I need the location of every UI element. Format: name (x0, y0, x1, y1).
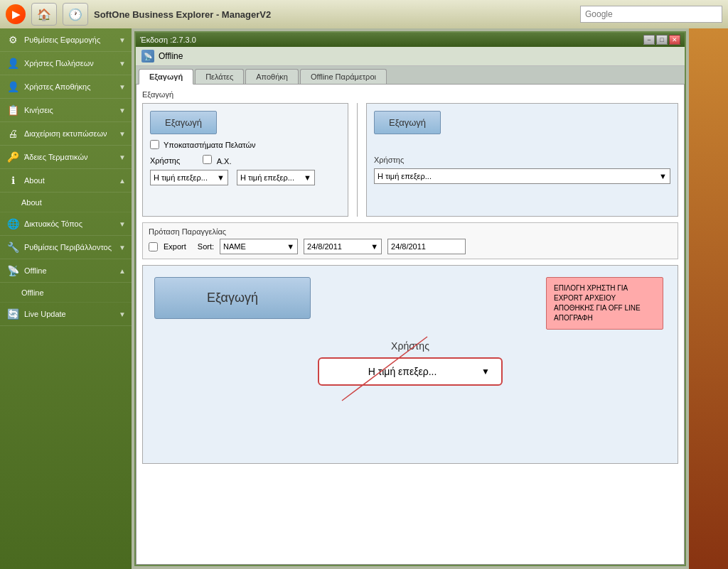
chevron-icon: ▼ (119, 107, 126, 114)
chevron-icon: ▼ (119, 244, 126, 251)
sidebar-item-offline-group[interactable]: 📡 Offline ▲ (0, 259, 132, 283)
dropdown-arrow-icon: ▼ (659, 172, 667, 180)
info-icon: ℹ (6, 173, 20, 188)
user-dropdown-left[interactable]: Η τιμή επεξερ... ▼ (150, 170, 228, 185)
ax-dropdown[interactable]: Η τιμή επεξερ... ▼ (237, 170, 315, 185)
license-icon: 🔑 (6, 150, 20, 164)
sidebar-item-χρηστες-πωλ[interactable]: 👤 Χρήστες Πωλήσεων ▼ (0, 52, 132, 75)
main-window: Έκδοση :2.7.3.0 − □ ✕ 📡 Offline Εξαγωγή … (134, 31, 686, 566)
sidebar-label: Live Update (24, 310, 119, 318)
clock-button[interactable]: 🕐 (63, 3, 88, 26)
dropdown-arrow-icon: ▼ (304, 173, 311, 182)
sort-dropdown[interactable]: NAME ▼ (220, 239, 298, 254)
search-input[interactable] (580, 6, 722, 23)
tooltip-box: ΕΠΙΛΟΓΗ ΧΡΗΣΤΗ ΓΙΑ EXPORT ΑΡΧΕΙΟΥ ΑΠΟΘΗΚ… (546, 277, 663, 330)
user-dropdown-big[interactable]: Η τιμή επεξερ... ▼ (318, 357, 503, 386)
date-to-field[interactable]: 24/8/2011 (387, 239, 466, 254)
sidebar-label: Ρυθμίσεις Περιβάλλοντος (24, 243, 119, 251)
sidebar-item-κινησεις[interactable]: 📋 Κινήσεις ▼ (0, 99, 132, 122)
tab-exagogi[interactable]: Εξαγωγή (139, 69, 193, 85)
web-icon: 🌐 (6, 217, 20, 231)
maximize-button[interactable]: □ (656, 35, 668, 45)
ax-checkbox[interactable] (203, 155, 212, 164)
chevron-icon: ▼ (119, 60, 126, 67)
tab-content: Εξαγωγή Εξαγωγή Υποκαταστήματα Πελατών (136, 84, 685, 565)
sidebar-item-δικτυακος[interactable]: 🌐 Δικτυακός Τόπος ▼ (0, 212, 132, 236)
chevron-icon: ▼ (119, 36, 126, 44)
tab-apothiki[interactable]: Αποθήκη (245, 69, 299, 84)
offline-icon: 📡 (6, 264, 20, 278)
tab-pelates[interactable]: Πελάτες (195, 69, 244, 84)
left-export-button[interactable]: Εξαγωγή (150, 111, 217, 134)
ax-label: Α.Χ. (203, 155, 231, 166)
sidebar-label: Άδειες Τερματικών (24, 153, 119, 161)
date-from-dropdown[interactable]: 24/8/2011 ▼ (304, 239, 382, 254)
dropdown-arrow-icon: ▼ (287, 242, 294, 251)
offline-tab-icon: 📡 (141, 50, 154, 63)
chevron-icon: ▲ (119, 177, 126, 185)
window-controls: − □ ✕ (643, 35, 680, 45)
warehouse-user-icon: 👤 (6, 80, 20, 94)
chevron-icon: ▼ (119, 83, 126, 91)
sidebar-label: Κινήσεις (24, 106, 119, 114)
print-icon: 🖨 (6, 126, 20, 141)
dropdown-arrow-icon: ▼ (217, 173, 225, 182)
sidebar-item-about-group[interactable]: ℹ About ▲ (0, 169, 132, 193)
sidebar-label: Δικτυακός Τόπος (24, 220, 119, 228)
checkbox-label: Υποκαταστήματα Πελατών (164, 141, 256, 149)
sidebar-item-ρυθμισεις-περ[interactable]: 🔧 Ρυθμίσεις Περιβάλλοντος ▼ (0, 236, 132, 259)
big-user-label: Χρήστης (154, 340, 666, 352)
big-export-button[interactable]: Εξαγωγή (154, 277, 311, 319)
sidebar-item-χρηστες-αποθ[interactable]: 👤 Χρήστες Αποθήκης ▼ (0, 75, 132, 99)
proposal-label: Πρόταση Παραγγελίας (149, 227, 672, 236)
dropdown-arrow-icon: ▼ (370, 242, 378, 251)
right-decoration (689, 28, 728, 569)
window-title-bar: Έκδοση :2.7.3.0 − □ ✕ (136, 33, 685, 47)
right-user-label: Χρήστης (374, 156, 670, 164)
offline-sub-label: Offline (21, 288, 44, 297)
sidebar-label: Offline (24, 266, 119, 275)
user-label-left: Χρήστης (150, 156, 180, 165)
app-title: SoftOne Business Explorer - ManagerV2 (94, 9, 574, 20)
app-icon: ▶ (6, 4, 26, 24)
window-version: Έκδοση :2.7.3.0 (140, 36, 196, 44)
sidebar-label: About (24, 176, 119, 185)
sidebar-label: Χρήστες Αποθήκης (24, 82, 119, 91)
sidebar-item-αδειες[interactable]: 🔑 Άδειες Τερματικών ▼ (0, 146, 132, 169)
right-export-button[interactable]: Εξαγωγή (374, 111, 441, 134)
chevron-icon: ▼ (119, 310, 126, 318)
title-bar: ▶ 🏠 🕐 SoftOne Business Explorer - Manage… (0, 0, 728, 28)
about-label: About (21, 198, 42, 207)
sidebar-item-offline[interactable]: Offline (0, 283, 132, 303)
movements-icon: 📋 (6, 103, 20, 117)
sidebar: ⚙ Ρυθμίσεις Εφαρμογής ▼ 👤 Χρήστες Πωλήσε… (0, 28, 132, 569)
sidebar-item-about[interactable]: About (0, 193, 132, 212)
tab-bar: Εξαγωγή Πελάτες Αποθήκη Offline Παράμετρ… (136, 66, 685, 84)
υποκαταστηματα-checkbox[interactable] (150, 140, 159, 149)
sidebar-label: Χρήστες Πωλήσεων (24, 59, 119, 67)
close-button[interactable]: ✕ (669, 35, 680, 45)
sidebar-label: Ρυθμίσεις Εφαρμογής (24, 36, 119, 44)
section-label: Εξαγωγή (142, 90, 678, 99)
chevron-icon: ▼ (119, 153, 126, 161)
chevron-icon: ▼ (119, 130, 126, 138)
minimize-button[interactable]: − (643, 35, 655, 45)
big-dropdown-arrow-icon: ▼ (481, 367, 490, 376)
home-button[interactable]: 🏠 (31, 3, 57, 26)
sidebar-item-ρυθμισεις[interactable]: ⚙ Ρυθμίσεις Εφαρμογής ▼ (0, 28, 132, 52)
env-settings-icon: 🔧 (6, 240, 20, 254)
live-update-icon: 🔄 (6, 307, 20, 321)
big-dropdown-value: Η τιμή επεξερ... (331, 366, 474, 377)
content-area: Έκδοση :2.7.3.0 − □ ✕ 📡 Offline Εξαγωγή … (132, 28, 689, 569)
settings-icon: ⚙ (6, 33, 20, 47)
offline-tab-label: Offline (159, 51, 183, 61)
sidebar-item-διαχειριση[interactable]: 🖨 Διαχείριση εκτυπώσεων ▼ (0, 122, 132, 146)
tab-offline-params[interactable]: Offline Παράμετροι (300, 69, 387, 84)
sort-label: Sort: (198, 242, 214, 251)
sidebar-label: Διαχείριση εκτυπώσεων (24, 129, 119, 138)
export-checkbox[interactable] (149, 242, 158, 251)
user-dropdown-right[interactable]: Η τιμή επεξερ... ▼ (374, 168, 670, 184)
chevron-icon: ▲ (119, 267, 126, 275)
sidebar-item-live-update[interactable]: 🔄 Live Update ▼ (0, 303, 132, 326)
chevron-icon: ▼ (119, 220, 126, 228)
